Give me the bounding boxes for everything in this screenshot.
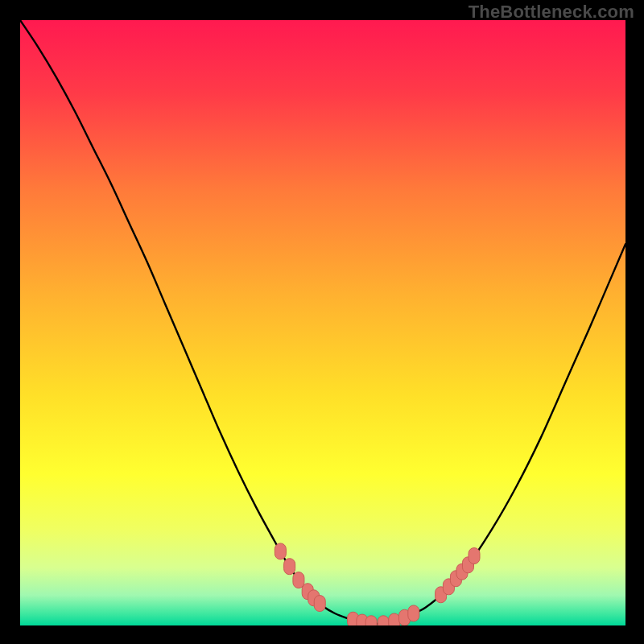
dot-left-0 (275, 543, 286, 559)
bottleneck-chart (0, 0, 644, 644)
dot-valley-6 (408, 605, 419, 621)
dot-left-5 (314, 596, 325, 612)
dot-left-1 (284, 559, 295, 575)
watermark-text: TheBottleneck.com (469, 2, 634, 23)
dot-right-5 (469, 548, 480, 564)
chart-container: TheBottleneck.com (0, 0, 644, 644)
dot-left-2 (293, 572, 304, 588)
plot-bg (20, 20, 625, 625)
